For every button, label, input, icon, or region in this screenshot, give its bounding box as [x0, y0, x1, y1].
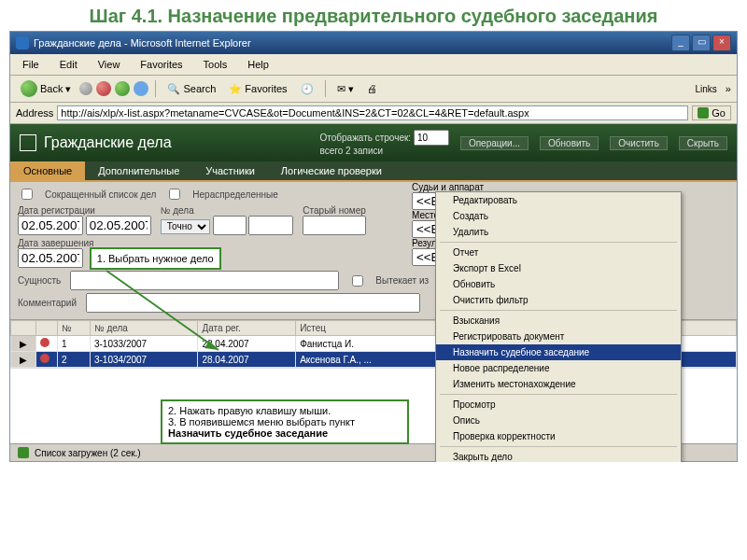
app-header: Гражданские дела Отображать строчек: все… — [10, 124, 737, 161]
mail-button[interactable]: ✉ ▾ — [332, 81, 359, 97]
print-button[interactable]: 🖨 — [362, 81, 382, 96]
menu-item[interactable]: Обновить — [436, 276, 681, 292]
menu-item[interactable]: Экспорт в Excel — [436, 260, 681, 276]
refresh-btn[interactable]: Обновить — [540, 136, 599, 150]
exact-select[interactable]: Точно — [161, 219, 210, 234]
menu-tools[interactable]: Tools — [199, 57, 233, 72]
comment-input[interactable] — [86, 293, 420, 313]
menu-item[interactable]: Просмотр — [436, 397, 681, 413]
links-label[interactable]: Links — [689, 84, 722, 94]
menu-item[interactable]: Новое распределение — [436, 360, 681, 376]
search-button[interactable]: 🔍 Search — [162, 81, 220, 97]
end-from[interactable] — [18, 248, 83, 268]
go-button[interactable]: Go — [692, 105, 731, 120]
menu-help[interactable]: Help — [243, 57, 274, 72]
titlebar: Гражданские дела - Microsoft Internet Ex… — [10, 32, 737, 54]
address-label: Address — [16, 107, 53, 119]
forward-button[interactable] — [79, 82, 92, 95]
essence-input[interactable] — [70, 271, 339, 290]
case-n1[interactable] — [213, 216, 247, 235]
tabs: Основные Дополнительные Участники Логиче… — [10, 161, 737, 182]
status-text: Список загружен (2 сек.) — [35, 448, 141, 458]
reg-to[interactable] — [86, 216, 151, 235]
menu-item[interactable]: Удалить — [436, 224, 681, 240]
menu-item[interactable]: Очистить фильтр — [436, 292, 681, 308]
menu-edit[interactable]: Edit — [55, 57, 82, 72]
url-input[interactable] — [57, 105, 688, 120]
flows-check[interactable] — [352, 275, 363, 287]
history-button[interactable]: 🕘 — [296, 81, 318, 97]
unassigned-check[interactable] — [169, 189, 180, 200]
page-title: Шаг 4.1. Назначение предварительного суд… — [0, 0, 747, 31]
menu-item[interactable]: Закрыть дело — [436, 449, 681, 462]
menu-view[interactable]: View — [93, 57, 125, 72]
menu-item[interactable]: Редактировать — [436, 192, 681, 208]
status-icon — [18, 447, 29, 458]
menu-file[interactable]: File — [18, 57, 44, 72]
refresh-button[interactable] — [115, 81, 130, 96]
old-no[interactable] — [303, 216, 366, 235]
doc-icon — [40, 338, 49, 347]
callout-2: 2. Нажать правую клавишу мыши. 3. В появ… — [161, 399, 409, 444]
menu-favorites[interactable]: Favorites — [135, 57, 187, 72]
case-n2[interactable] — [248, 216, 293, 235]
menu-item[interactable]: Проверка корректности — [436, 428, 681, 444]
toolbar: Back ▾ 🔍 Search ⭐ Favorites 🕘 ✉ ▾ 🖨 Link… — [10, 76, 737, 103]
home-icon[interactable] — [20, 134, 36, 151]
favorites-button[interactable]: ⭐ Favorites — [224, 81, 291, 97]
menu-item[interactable]: Взыскания — [436, 313, 681, 329]
app-title: Гражданские дела — [44, 134, 172, 151]
menubar: File Edit View Favorites Tools Help — [10, 54, 737, 76]
hide-btn[interactable]: Скрыть — [679, 136, 727, 150]
back-button[interactable]: Back ▾ — [16, 78, 76, 99]
menu-item[interactable]: Назначить судебное заседание — [436, 344, 681, 360]
back-icon — [21, 80, 37, 97]
close-button[interactable]: × — [712, 35, 731, 51]
ie-icon — [16, 36, 29, 49]
short-list-check[interactable] — [21, 189, 33, 200]
tab-main[interactable]: Основные — [10, 161, 85, 180]
ops-button[interactable]: Операции... — [460, 136, 529, 150]
callout-1: 1. Выбрать нужное дело — [90, 247, 221, 270]
stop-button[interactable] — [96, 81, 111, 96]
menu-item[interactable]: Отчет — [436, 245, 681, 260]
menu-item[interactable]: Опись — [436, 413, 681, 428]
menu-item[interactable]: Изменить местонахождение — [436, 376, 681, 392]
home-button[interactable] — [134, 81, 148, 96]
menu-item[interactable]: Регистрировать документ — [436, 329, 681, 344]
maximize-button[interactable]: ▭ — [692, 35, 711, 51]
rows-input[interactable] — [414, 130, 449, 146]
window-title: Гражданские дела - Microsoft Internet Ex… — [34, 37, 251, 49]
minimize-button[interactable]: _ — [671, 35, 690, 51]
go-icon — [698, 107, 709, 119]
tab-additional[interactable]: Дополнительные — [85, 161, 192, 180]
reg-from[interactable] — [18, 216, 83, 235]
clear-btn[interactable]: Очистить — [610, 136, 668, 150]
menu-item[interactable]: Создать — [436, 208, 681, 224]
address-bar: Address Go — [10, 103, 737, 124]
context-menu: РедактироватьСоздатьУдалитьОтчетЭкспорт … — [435, 191, 682, 462]
doc-icon — [40, 354, 49, 363]
tab-checks[interactable]: Логические проверки — [268, 161, 395, 180]
tab-participants[interactable]: Участники — [192, 161, 268, 180]
